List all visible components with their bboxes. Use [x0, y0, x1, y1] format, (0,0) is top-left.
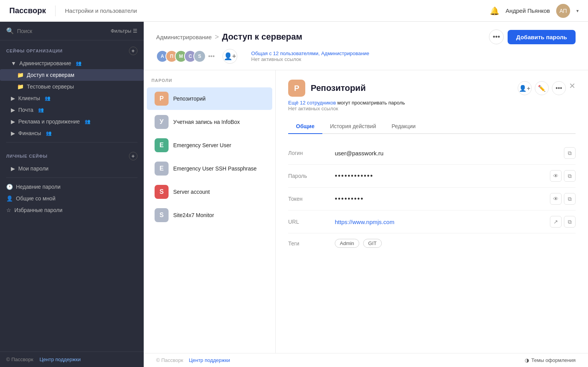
password-item-4[interactable]: E Emergency User SSH Passphrase [147, 157, 272, 180]
chevron-down-icon[interactable]: ▾ [576, 8, 579, 14]
detail-header-row: P Репозиторий 👤+ ✏️ ••• ✕ [288, 80, 576, 97]
breadcrumb-parent[interactable]: Администрирование [156, 34, 212, 40]
password-icon-1: P [155, 92, 169, 106]
sidebar-item-label: Тестовые серверы [27, 83, 74, 90]
detail-icon: P [288, 80, 305, 97]
sidebar-item-klienty[interactable]: ▶ Клиенты 👥 [0, 92, 144, 104]
close-detail-button[interactable]: ✕ [569, 81, 576, 95]
field-label-tags: Теги [288, 240, 327, 247]
open-url-button[interactable]: ↗ [550, 216, 562, 228]
manage-users-button[interactable]: 👤+ [223, 49, 237, 64]
detail-no-links: Нет активных ссылок [288, 106, 338, 111]
password-item-5[interactable]: S Server account [147, 181, 272, 203]
field-login: Логин user@passwork.ru ⧉ [288, 142, 576, 165]
footer-copyright: © Пассворк [156, 357, 183, 363]
shared-with: Общая с 12 пользователями, Администриров… [251, 50, 369, 56]
breadcrumb-current: Доступ к серверам [222, 32, 303, 42]
theme-icon: ◑ [525, 357, 529, 363]
field-token: Токен ••••••••• 👁 ⧉ [288, 188, 576, 210]
add-org-vault-button[interactable]: + [129, 47, 137, 55]
sidebar-item-finansy[interactable]: ▶ Финансы 👥 [0, 127, 144, 139]
copy-password-button[interactable]: ⧉ [564, 170, 576, 182]
collab-count[interactable]: Ещё 12 сотрудников [288, 100, 336, 106]
avatar[interactable]: АП [556, 4, 570, 18]
team-icon: 👥 [46, 130, 52, 136]
password-icon-2: У [155, 115, 169, 129]
sidebar-item-administrirование[interactable]: ▼ Администрирование 👥 [0, 57, 144, 69]
sidebar-divider2 [6, 177, 137, 178]
collab-suffix: могут просматривать пароль [337, 100, 405, 106]
footer-left: © Пассворк Центр поддержки [156, 357, 230, 363]
no-active-links: Нет активных ссылок [251, 56, 301, 62]
sidebar-search-bar: 🔍 Фильтры ☰ [0, 22, 144, 40]
password-item-2[interactable]: У Учетная запись на InfoBox [147, 111, 272, 133]
header-actions: ••• Добавить пароль [489, 30, 576, 44]
sidebar-item-label: Финансы [18, 130, 41, 136]
team-icon: 👥 [76, 61, 82, 66]
more-detail-button[interactable]: ••• [552, 81, 566, 95]
field-actions-login: ⧉ [564, 147, 576, 159]
sidebar-item-pochta[interactable]: ▶ Почта 👥 [0, 104, 144, 116]
tag-admin[interactable]: Admin [335, 239, 359, 248]
password-item-1[interactable]: P Репозиторий [147, 87, 272, 110]
sidebar-item-label: Недавние пароли [16, 184, 61, 190]
password-name-2: Учетная запись на InfoBox [173, 119, 240, 125]
team-icon: 👥 [38, 107, 44, 113]
field-value-login: user@passwork.ru [335, 150, 556, 157]
password-item-6[interactable]: S Site24x7 Monitor [147, 204, 272, 226]
user-name: Андрей Пьянков [506, 7, 550, 14]
sidebar-item-label: Реклама и продвижение [18, 118, 80, 125]
detail-tabs: Общие История действий Редакции [288, 119, 576, 134]
sidebar-item-label: Почта [18, 107, 33, 113]
field-value-url[interactable]: https://www.npmjs.com [335, 219, 542, 225]
password-icon-3: E [155, 138, 169, 152]
sidebar-item-moi-paroli[interactable]: ▶ Мои пароли [0, 163, 144, 174]
password-name-6: Site24x7 Monitor [173, 212, 214, 218]
tab-revisions[interactable]: Редакции [384, 119, 423, 134]
password-item-3[interactable]: E Emergency Server User [147, 134, 272, 157]
sidebar-item-shared-with-me[interactable]: 👤 Общие со мной [0, 193, 144, 204]
field-value-tags: Admin GIT [335, 239, 576, 248]
sidebar-item-reklama[interactable]: ▶ Реклама и продвижение 👥 [0, 116, 144, 127]
search-input[interactable] [17, 28, 108, 34]
add-password-button[interactable]: Добавить пароль [508, 30, 576, 44]
detail-header-actions: 👤+ ✏️ ••• ✕ [518, 81, 576, 95]
tab-history[interactable]: История действий [322, 119, 384, 134]
sidebar-item-label: Избранные пароли [14, 207, 63, 213]
footer-support-link[interactable]: Центр поддержки [189, 357, 230, 363]
reveal-password-button[interactable]: 👁 [550, 170, 562, 182]
sidebar-copyright: © Пассворк [6, 357, 33, 362]
more-options-button[interactable]: ••• [489, 30, 504, 44]
edit-detail-button[interactable]: ✏️ [535, 81, 549, 95]
copy-url-button[interactable]: ⧉ [564, 216, 576, 228]
theme-toggle-button[interactable]: ◑ Темы оформления [525, 357, 576, 363]
sidebar-item-recent[interactable]: 🕐 Недавние пароли [0, 181, 144, 193]
sidebar-item-dostup-k-serveram[interactable]: 📁 Доступ к серверам [0, 69, 144, 81]
add-personal-vault-button[interactable]: + [129, 152, 137, 160]
add-user-detail-button[interactable]: 👤+ [518, 81, 532, 95]
field-value-password: •••••••••••• [335, 172, 542, 180]
tab-general[interactable]: Общие [288, 119, 322, 134]
password-name-3: Emergency Server User [173, 142, 231, 148]
topbar-nav[interactable]: Настройки и пользователи [65, 7, 137, 14]
content-header-row: А П М C S ••• 👤+ Общая с 12 пользователя… [156, 49, 576, 70]
field-value-token: ••••••••• [335, 195, 542, 203]
support-link[interactable]: Центр поддержки [40, 357, 81, 362]
folder-icon: 📁 [17, 83, 24, 90]
tag-git[interactable]: GIT [363, 239, 382, 248]
sidebar-item-testovye-servery[interactable]: 📁 Тестовые серверы [0, 81, 144, 92]
star-icon: ☆ [6, 207, 11, 213]
password-icon-4: E [155, 162, 169, 176]
chevron-right-icon: ▶ [11, 95, 15, 101]
sidebar-item-label: Мои пароли [18, 165, 49, 172]
topbar-divider [55, 5, 56, 16]
field-actions-token: 👁 ⧉ [550, 193, 576, 205]
sidebar-item-favorites[interactable]: ☆ Избранные пароли [0, 204, 144, 216]
copy-login-button[interactable]: ⧉ [564, 147, 576, 159]
filters-button[interactable]: Фильтры ☰ [111, 28, 137, 34]
passwords-list: ПАРОЛИ P Репозиторий У Учетная запись на… [144, 70, 276, 353]
bell-icon[interactable]: 🔔 [490, 6, 499, 16]
team-icon: 👥 [85, 119, 90, 124]
reveal-token-button[interactable]: 👁 [550, 193, 562, 205]
copy-token-button[interactable]: ⧉ [564, 193, 576, 205]
